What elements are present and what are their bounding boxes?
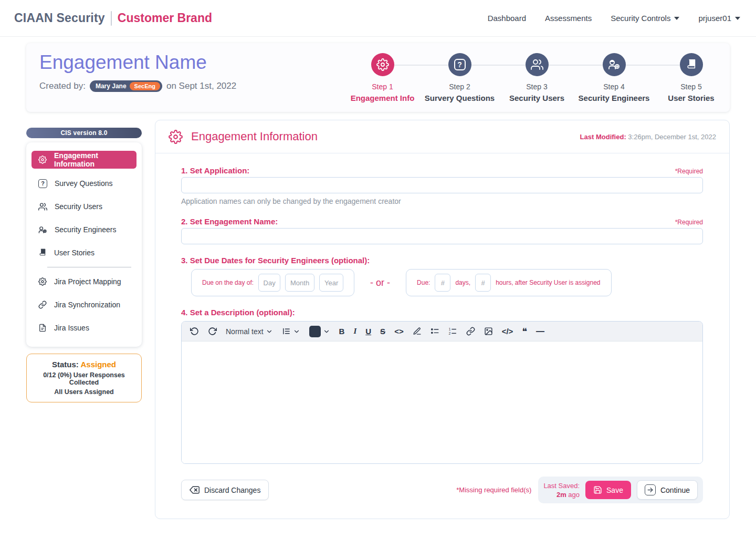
step-5-user-stories[interactable]: Step 5 User Stories: [653, 53, 730, 112]
application-input[interactable]: [181, 177, 703, 193]
application-helper: Application names can only be changed by…: [181, 197, 703, 205]
due-hours-input[interactable]: [475, 274, 491, 292]
panel-body: 1. Set Application: *Required Applicatio…: [155, 153, 729, 503]
sidebar-item-survey-questions[interactable]: ? Survey Questions: [32, 172, 136, 195]
block-style-dropdown[interactable]: Normal text: [226, 327, 273, 336]
highlighter-icon: [413, 327, 422, 336]
step-number: Step 4: [603, 82, 624, 91]
step-1-engagement-info[interactable]: Step 1 Engagement Info: [344, 53, 421, 112]
nav-security-controls[interactable]: Security Controls: [611, 14, 679, 23]
sidebar-item-jira-issues[interactable]: Jira Issues: [32, 316, 136, 339]
step-label: Security Users: [509, 94, 564, 102]
redo-button[interactable]: [208, 327, 217, 336]
due-year-input[interactable]: [319, 274, 343, 292]
hours-text: hours, after Security User is assigned: [496, 279, 600, 286]
due-month-input[interactable]: [285, 274, 314, 292]
panel-header: Engagement Information Last Modified: 3:…: [155, 120, 729, 153]
nav-assessments[interactable]: Assessments: [545, 14, 592, 23]
save-button[interactable]: Save: [585, 481, 631, 499]
created-by-line: Created by: Mary Jane SecEng on Sept 1st…: [39, 80, 262, 92]
description-textarea[interactable]: [182, 342, 702, 463]
highlight-button[interactable]: [413, 327, 422, 336]
status-box: Status: Assigned 0/12 (0%) User Response…: [26, 354, 142, 402]
required-tag: *Required: [675, 168, 703, 175]
due-dates-label: 3. Set Due Dates for Security Engineers …: [181, 256, 703, 265]
blockquote-button[interactable]: ❝: [522, 326, 527, 337]
stepper: Step 1 Engagement Info ? Step 2 Survery …: [344, 43, 730, 112]
inline-code-button[interactable]: <>: [394, 327, 404, 336]
gear-icon: [169, 130, 183, 144]
step-label: Survery Questions: [425, 94, 495, 102]
floppy-disk-icon: [593, 485, 602, 494]
nav-user-menu[interactable]: prjuser01: [698, 14, 740, 23]
engineer-add-icon: [603, 53, 626, 76]
sidebar-item-jira-project-mapping[interactable]: Jira Project Mapping: [32, 270, 136, 293]
sidebar-item-label: Security Engineers: [55, 225, 117, 234]
step-number: Step 3: [526, 82, 547, 91]
step-2-survey-questions[interactable]: ? Step 2 Survery Questions: [421, 53, 498, 112]
bullet-list-icon: [430, 327, 439, 336]
sidebar-item-engagement-information[interactable]: Engagement Information: [32, 151, 136, 169]
due-day-input[interactable]: [258, 274, 280, 292]
application-label: 1. Set Application:: [181, 166, 249, 175]
link-icon: [38, 301, 47, 309]
image-button[interactable]: [484, 327, 493, 336]
ordered-list-button[interactable]: 12: [448, 327, 457, 336]
top-bar: CIAAN Security Customer Brand Dashboard …: [0, 0, 756, 37]
status-responses: 0/12 (0%) User Responses Collected: [30, 371, 138, 386]
bullet-list-button[interactable]: [430, 327, 439, 336]
users-icon: [38, 202, 47, 211]
rich-text-editor: Normal text B I U S <>: [181, 321, 703, 464]
sidebar-item-label: Survey Questions: [55, 179, 113, 188]
last-modified-label: Last Modified:: [580, 133, 626, 141]
undo-button[interactable]: [190, 327, 199, 336]
due-day-label: Due on the day of:: [202, 279, 254, 286]
panel-footer: Discard Changes *Missing required field(…: [181, 477, 703, 503]
image-icon: [484, 327, 493, 336]
chevron-down-icon: [293, 328, 300, 335]
cis-version-badge: CIS version 8.0: [26, 128, 142, 138]
field-label-row: 2. Set Engagement Name: *Required: [181, 217, 703, 226]
code-block-button[interactable]: </>: [502, 327, 513, 336]
step-number: Step 5: [680, 82, 701, 91]
due-days-input[interactable]: [435, 274, 450, 292]
gear-icon: [371, 53, 394, 76]
main-nav: Dashboard Assessments Security Controls …: [488, 14, 740, 23]
field-engagement-name: 2. Set Engagement Name: *Required: [181, 217, 703, 244]
engagement-name-input[interactable]: [181, 228, 703, 244]
sidebar-item-jira-synchronization[interactable]: Jira Synchronization: [32, 293, 136, 316]
italic-button[interactable]: I: [353, 327, 356, 336]
horizontal-rule-button[interactable]: —: [536, 327, 544, 336]
engagement-name-label: 2. Set Engagement Name:: [181, 217, 278, 226]
or-separator: - or -: [370, 277, 390, 288]
ordered-list-icon: 12: [448, 327, 457, 336]
continue-button[interactable]: Continue: [637, 480, 698, 500]
color-swatch-icon: [309, 326, 321, 337]
brand-name: CIAAN Security: [14, 11, 105, 25]
bold-button[interactable]: B: [339, 327, 345, 336]
sidebar-item-security-users[interactable]: Security Users: [32, 195, 136, 218]
chevron-down-icon: [735, 17, 740, 20]
brand-logo: CIAAN Security Customer Brand: [14, 11, 212, 26]
line-spacing-dropdown[interactable]: [282, 327, 300, 336]
sidebar-item-security-engineers[interactable]: Security Engineers: [32, 218, 136, 241]
nav-dashboard[interactable]: Dashboard: [488, 14, 526, 23]
last-modified-value: 3:26pm, December 1st, 2022: [628, 133, 716, 141]
chevron-down-icon: [323, 328, 330, 335]
step-number: Step 2: [449, 82, 470, 91]
step-4-security-engineers[interactable]: Step 4 Security Engineers: [575, 53, 653, 112]
link-button[interactable]: [466, 327, 475, 336]
strikethrough-button[interactable]: S: [380, 327, 385, 336]
discard-changes-button[interactable]: Discard Changes: [181, 480, 269, 500]
svg-text:1: 1: [448, 327, 450, 331]
sidebar-item-user-stories[interactable]: User Stories: [32, 241, 136, 264]
question-glyph: ?: [454, 59, 466, 70]
engagement-title-block: Engagement Name Created by: Mary Jane Se…: [26, 43, 262, 112]
question-icon: ?: [448, 53, 471, 76]
underline-button[interactable]: U: [365, 327, 371, 336]
step-3-security-users[interactable]: Step 3 Security Users: [498, 53, 575, 112]
svg-text:2: 2: [448, 332, 450, 335]
text-color-dropdown[interactable]: [309, 326, 330, 337]
field-label-row: 1. Set Application: *Required: [181, 166, 703, 175]
backspace-icon: [190, 485, 200, 495]
